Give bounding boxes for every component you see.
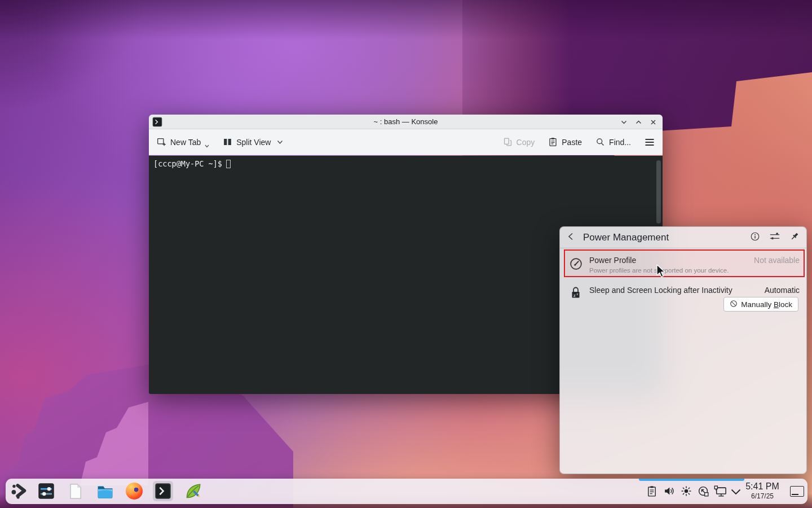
pin-icon[interactable] (789, 231, 800, 244)
clock-date: 6/17/25 (744, 492, 780, 500)
volume-icon[interactable] (663, 485, 675, 499)
display-icon[interactable] (714, 485, 727, 500)
konsole-icon[interactable] (153, 481, 173, 501)
sleep-label: Sleep and Screen Locking after Inactivit… (589, 286, 732, 295)
split-view-icon (223, 137, 232, 147)
manually-block-label: Manually Block (741, 300, 792, 309)
leaf-editor-icon[interactable] (183, 481, 203, 501)
paste-button[interactable]: Paste (548, 137, 582, 147)
terminal-scrollbar[interactable] (656, 160, 661, 224)
block-icon (730, 300, 738, 309)
power-profile-label: Power Profile (589, 256, 636, 265)
manually-block-button[interactable]: Manually Block (723, 297, 798, 312)
split-view-button[interactable]: Split View (223, 137, 283, 147)
close-icon[interactable] (650, 119, 657, 126)
svg-text:z: z (573, 293, 576, 298)
tray-expand-chevron-icon[interactable] (730, 488, 742, 498)
network-globe-icon[interactable] (698, 485, 709, 500)
popup-title: Power Management (583, 232, 669, 243)
info-icon[interactable] (750, 231, 760, 244)
new-tab-button[interactable]: New Tab (157, 137, 209, 147)
svg-text:z: z (577, 292, 579, 296)
power-profile-value: Not available (754, 256, 800, 265)
terminal-cursor (226, 160, 231, 168)
maximize-icon[interactable] (635, 119, 642, 126)
mouse-cursor (656, 264, 667, 281)
konsole-titlebar[interactable]: ~ : bash — Konsole (149, 115, 663, 129)
dolphin-folder-icon[interactable] (95, 481, 115, 501)
lock-sleep-icon: zz (569, 285, 582, 303)
show-desktop-button[interactable] (790, 486, 804, 497)
power-profile-row[interactable]: Power Profile Not available Power profil… (564, 251, 804, 277)
speedometer-icon (569, 257, 583, 273)
window-title: ~ : bash — Konsole (149, 117, 663, 126)
configure-sliders-icon[interactable] (769, 231, 780, 244)
split-view-caret-icon[interactable] (277, 140, 283, 144)
search-icon (595, 137, 605, 147)
find-button[interactable]: Find... (595, 137, 631, 147)
system-settings-icon[interactable] (36, 481, 56, 501)
plasma-launcher-icon[interactable] (9, 481, 29, 501)
clipboard-icon[interactable] (646, 485, 657, 500)
konsole-toolbar: New Tab Split View Copy Paste Find... (149, 129, 663, 155)
sleep-value[interactable]: Automatic (765, 286, 800, 295)
tray-active-indicator (639, 479, 744, 481)
clock-time: 5:41 PM (744, 481, 780, 492)
brightness-icon[interactable] (681, 485, 692, 499)
clock[interactable]: 5:41 PM 6/17/25 (744, 481, 780, 500)
shell-prompt: [cccp@My-PC ~]$ (153, 159, 222, 168)
copy-button[interactable]: Copy (503, 137, 535, 147)
firefox-icon[interactable] (124, 481, 144, 501)
paste-icon (548, 137, 558, 147)
minimize-icon[interactable] (620, 119, 628, 126)
power-management-popup: Power Management Power Profile Not avail… (559, 226, 807, 474)
popup-header: Power Management (560, 227, 806, 248)
back-icon[interactable] (567, 232, 575, 243)
new-tab-icon (157, 137, 166, 147)
document-icon[interactable] (65, 481, 85, 501)
hamburger-menu-icon[interactable] (645, 138, 655, 147)
copy-icon (503, 137, 513, 147)
new-tab-caret-icon[interactable] (205, 144, 209, 148)
